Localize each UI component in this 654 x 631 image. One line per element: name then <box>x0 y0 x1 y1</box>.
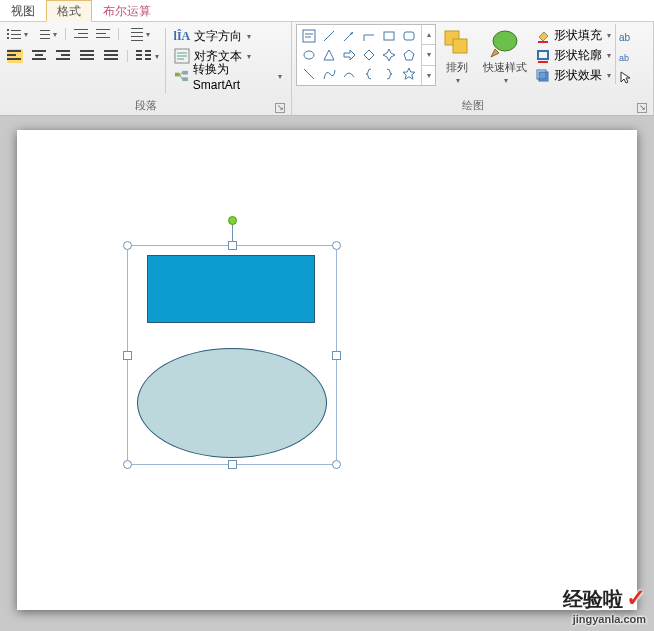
shape-fill-label: 形状填充 <box>554 27 602 44</box>
tab-boolean[interactable]: 布尔运算 <box>92 0 162 21</box>
chevron-down-icon: ▾ <box>278 72 282 81</box>
group-title-paragraph: 段落 ↘ <box>4 97 287 115</box>
shape-arrow[interactable] <box>339 27 358 45</box>
select-icon[interactable] <box>618 70 632 84</box>
gallery-scroll-down[interactable]: ▾ <box>422 45 435 65</box>
increase-indent-button[interactable] <box>93 24 113 44</box>
chevron-down-icon: ▾ <box>146 30 150 39</box>
rotation-handle[interactable] <box>228 216 237 225</box>
resize-handle-sw[interactable] <box>123 460 132 469</box>
shape-pentagon[interactable] <box>400 46 419 64</box>
paragraph-dialog-launcher[interactable]: ↘ <box>275 103 285 113</box>
tab-format[interactable]: 格式 <box>46 0 92 22</box>
drawing-dialog-launcher[interactable]: ↘ <box>637 103 647 113</box>
numbering-button[interactable]: ▾ <box>33 24 60 44</box>
resize-handle-nw[interactable] <box>123 241 132 250</box>
align-distribute-button[interactable] <box>100 46 122 66</box>
align-center-button[interactable] <box>28 46 50 66</box>
arrange-icon <box>441 27 473 59</box>
chevron-down-icon: ▾ <box>155 52 159 61</box>
shapes-gallery[interactable]: ▴ ▾ ▾ <box>296 24 436 86</box>
shape-fill-button[interactable]: 形状填充 ▾ <box>534 26 613 45</box>
shape-freeform[interactable] <box>339 65 358 83</box>
shape-diamond[interactable] <box>359 46 378 64</box>
shape-curve[interactable] <box>319 65 338 83</box>
columns-button[interactable]: ▾ <box>133 46 162 66</box>
resize-handle-se[interactable] <box>332 460 341 469</box>
shape-rectangle-instance[interactable] <box>147 255 315 323</box>
align-text-icon <box>174 48 190 64</box>
convert-smartart-label: 转换为 SmartArt <box>193 61 273 92</box>
arrange-button[interactable]: 排列▾ <box>436 24 478 90</box>
svg-text:ab: ab <box>619 32 631 43</box>
chevron-down-icon: ▾ <box>247 52 251 61</box>
chevron-down-icon: ▾ <box>456 76 460 85</box>
svg-rect-21 <box>538 61 548 63</box>
align-center-icon <box>31 49 47 63</box>
bullets-button[interactable]: ▾ <box>4 24 31 44</box>
svg-rect-7 <box>303 30 315 42</box>
quick-styles-label: 快速样式 <box>483 61 527 73</box>
shape-effects-label: 形状效果 <box>554 67 602 84</box>
shape-star[interactable] <box>400 65 419 83</box>
ribbon: ▾ ▾ <box>0 22 654 116</box>
gallery-scroll-up[interactable]: ▴ <box>422 25 435 45</box>
svg-rect-17 <box>453 39 467 53</box>
resize-handle-s[interactable] <box>228 460 237 469</box>
shape-effects-button[interactable]: 形状效果 ▾ <box>534 66 613 85</box>
shape-right-arrow[interactable] <box>339 46 358 64</box>
line-spacing-button[interactable]: ▾ <box>124 24 153 44</box>
chevron-down-icon: ▾ <box>607 71 611 80</box>
align-left-icon <box>7 49 23 63</box>
shape-outline-label: 形状轮廓 <box>554 47 602 64</box>
align-right-button[interactable] <box>52 46 74 66</box>
shape-outline-button[interactable]: 形状轮廓 ▾ <box>534 46 613 65</box>
shape-brace-left[interactable] <box>359 65 378 83</box>
quick-styles-button[interactable]: 快速样式▾ <box>478 24 532 90</box>
text-direction-icon: lÎA <box>174 28 190 44</box>
arrange-label: 排列 <box>446 61 468 73</box>
group-title-drawing: 绘图 ↘ <box>296 97 649 115</box>
align-justify-icon <box>79 49 95 63</box>
svg-rect-20 <box>538 51 548 59</box>
group-stub-right: ab ab <box>615 24 633 84</box>
numbering-icon <box>36 27 50 41</box>
resize-handle-e[interactable] <box>332 351 341 360</box>
bullets-icon <box>7 27 21 41</box>
shape-4point-star[interactable] <box>380 46 399 64</box>
align-left-button[interactable] <box>4 46 26 66</box>
svg-rect-5 <box>182 70 188 74</box>
gallery-expand[interactable]: ▾ <box>422 66 435 85</box>
shape-elbow[interactable] <box>359 27 378 45</box>
shape-line2[interactable] <box>299 65 318 83</box>
resize-handle-ne[interactable] <box>332 241 341 250</box>
svg-text:ab: ab <box>619 53 629 63</box>
text-direction-label: 文字方向 <box>194 28 242 45</box>
svg-line-15 <box>304 69 314 79</box>
chevron-down-icon: ▾ <box>24 30 28 39</box>
shape-line[interactable] <box>319 27 338 45</box>
svg-rect-4 <box>175 72 180 76</box>
chevron-down-icon: ▾ <box>607 51 611 60</box>
resize-handle-w[interactable] <box>123 351 132 360</box>
shape-ellipse-instance[interactable] <box>137 348 327 458</box>
shape-rectangle[interactable] <box>380 27 399 45</box>
chevron-down-icon: ▾ <box>53 30 57 39</box>
shape-brace-right[interactable] <box>380 65 399 83</box>
tab-view[interactable]: 视图 <box>0 0 46 21</box>
align-justify-button[interactable] <box>76 46 98 66</box>
replace-icon[interactable]: ab <box>618 50 632 64</box>
shape-ellipse[interactable] <box>299 46 318 64</box>
decrease-indent-button[interactable] <box>71 24 91 44</box>
shape-triangle[interactable] <box>319 46 338 64</box>
smartart-icon <box>174 68 189 84</box>
resize-handle-n[interactable] <box>228 241 237 250</box>
slide-canvas[interactable] <box>17 130 637 610</box>
text-direction-button[interactable]: lÎA 文字方向 ▾ <box>169 26 287 46</box>
find-icon[interactable]: ab <box>618 30 632 44</box>
svg-point-14 <box>304 51 314 59</box>
increase-indent-icon <box>96 27 110 41</box>
shape-textbox[interactable] <box>299 27 318 45</box>
convert-smartart-button[interactable]: 转换为 SmartArt ▾ <box>169 66 287 86</box>
shape-rounded-rect[interactable] <box>400 27 419 45</box>
